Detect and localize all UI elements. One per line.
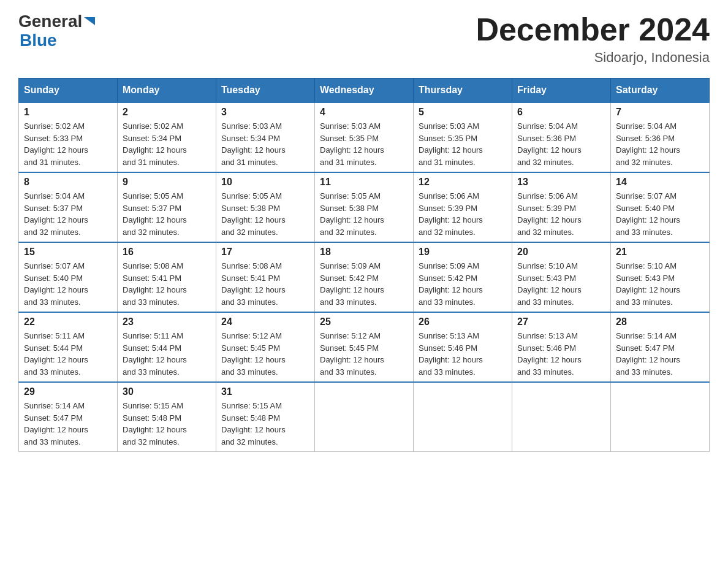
calendar-cell: 2Sunrise: 5:02 AMSunset: 5:34 PMDaylight… bbox=[118, 102, 216, 172]
logo-arrow-icon bbox=[84, 17, 95, 25]
day-number: 18 bbox=[320, 247, 408, 258]
calendar-cell: 19Sunrise: 5:09 AMSunset: 5:42 PMDayligh… bbox=[414, 242, 512, 312]
logo-general-text: General bbox=[18, 12, 82, 31]
day-number: 6 bbox=[517, 107, 605, 118]
day-info: Sunrise: 5:04 AMSunset: 5:37 PMDaylight:… bbox=[24, 190, 112, 238]
day-number: 19 bbox=[419, 247, 507, 258]
day-number: 15 bbox=[24, 247, 112, 258]
day-info: Sunrise: 5:04 AMSunset: 5:36 PMDaylight:… bbox=[616, 120, 704, 168]
day-number: 20 bbox=[517, 247, 605, 258]
calendar-week-3: 15Sunrise: 5:07 AMSunset: 5:40 PMDayligh… bbox=[19, 242, 710, 312]
day-number: 13 bbox=[517, 177, 605, 188]
day-info: Sunrise: 5:09 AMSunset: 5:42 PMDaylight:… bbox=[419, 260, 507, 308]
calendar-cell: 10Sunrise: 5:05 AMSunset: 5:38 PMDayligh… bbox=[216, 172, 315, 242]
day-number: 17 bbox=[221, 247, 309, 258]
day-info: Sunrise: 5:02 AMSunset: 5:34 PMDaylight:… bbox=[123, 120, 211, 168]
calendar-cell: 16Sunrise: 5:08 AMSunset: 5:41 PMDayligh… bbox=[118, 242, 216, 312]
calendar-cell: 6Sunrise: 5:04 AMSunset: 5:36 PMDaylight… bbox=[512, 102, 611, 172]
day-number: 9 bbox=[123, 177, 211, 188]
day-info: Sunrise: 5:12 AMSunset: 5:45 PMDaylight:… bbox=[320, 330, 408, 378]
day-number: 27 bbox=[517, 316, 605, 327]
day-number: 4 bbox=[320, 107, 408, 118]
calendar-cell: 30Sunrise: 5:15 AMSunset: 5:48 PMDayligh… bbox=[118, 382, 216, 452]
day-info: Sunrise: 5:08 AMSunset: 5:41 PMDaylight:… bbox=[221, 260, 309, 308]
day-info: Sunrise: 5:13 AMSunset: 5:46 PMDaylight:… bbox=[419, 330, 507, 378]
calendar-week-5: 29Sunrise: 5:14 AMSunset: 5:47 PMDayligh… bbox=[19, 382, 710, 452]
day-number: 26 bbox=[419, 316, 507, 327]
logo-wrapper: General Blue bbox=[18, 12, 95, 50]
day-header-tuesday: Tuesday bbox=[216, 79, 315, 103]
calendar-cell: 12Sunrise: 5:06 AMSunset: 5:39 PMDayligh… bbox=[414, 172, 512, 242]
day-number: 30 bbox=[123, 386, 211, 397]
calendar-cell: 24Sunrise: 5:12 AMSunset: 5:45 PMDayligh… bbox=[216, 312, 315, 382]
day-info: Sunrise: 5:09 AMSunset: 5:42 PMDaylight:… bbox=[320, 260, 408, 308]
day-info: Sunrise: 5:10 AMSunset: 5:43 PMDaylight:… bbox=[517, 260, 605, 308]
day-info: Sunrise: 5:13 AMSunset: 5:46 PMDaylight:… bbox=[517, 330, 605, 378]
calendar-cell: 25Sunrise: 5:12 AMSunset: 5:45 PMDayligh… bbox=[315, 312, 414, 382]
day-number: 14 bbox=[616, 177, 704, 188]
page-header: General Blue December 2024 Sidoarjo, Ind… bbox=[18, 12, 710, 66]
calendar-cell: 8Sunrise: 5:04 AMSunset: 5:37 PMDaylight… bbox=[19, 172, 118, 242]
calendar-cell bbox=[512, 382, 611, 452]
day-number: 23 bbox=[123, 316, 211, 327]
calendar-cell: 13Sunrise: 5:06 AMSunset: 5:39 PMDayligh… bbox=[512, 172, 611, 242]
calendar-cell: 28Sunrise: 5:14 AMSunset: 5:47 PMDayligh… bbox=[611, 312, 710, 382]
day-header-saturday: Saturday bbox=[611, 79, 710, 103]
day-info: Sunrise: 5:10 AMSunset: 5:43 PMDaylight:… bbox=[616, 260, 704, 308]
day-info: Sunrise: 5:02 AMSunset: 5:33 PMDaylight:… bbox=[24, 120, 112, 168]
day-info: Sunrise: 5:03 AMSunset: 5:34 PMDaylight:… bbox=[221, 120, 309, 168]
calendar-cell: 23Sunrise: 5:11 AMSunset: 5:44 PMDayligh… bbox=[118, 312, 216, 382]
day-number: 2 bbox=[123, 107, 211, 118]
day-info: Sunrise: 5:07 AMSunset: 5:40 PMDaylight:… bbox=[24, 260, 112, 308]
day-info: Sunrise: 5:14 AMSunset: 5:47 PMDaylight:… bbox=[616, 330, 704, 378]
calendar-cell: 18Sunrise: 5:09 AMSunset: 5:42 PMDayligh… bbox=[315, 242, 414, 312]
day-info: Sunrise: 5:14 AMSunset: 5:47 PMDaylight:… bbox=[24, 400, 112, 448]
logo-blue-text: Blue bbox=[20, 31, 57, 50]
calendar-cell bbox=[315, 382, 414, 452]
day-number: 12 bbox=[419, 177, 507, 188]
day-number: 8 bbox=[24, 177, 112, 188]
calendar-cell: 21Sunrise: 5:10 AMSunset: 5:43 PMDayligh… bbox=[611, 242, 710, 312]
calendar-cell: 14Sunrise: 5:07 AMSunset: 5:40 PMDayligh… bbox=[611, 172, 710, 242]
logo-line1: General bbox=[18, 12, 95, 31]
day-number: 7 bbox=[616, 107, 704, 118]
calendar-week-2: 8Sunrise: 5:04 AMSunset: 5:37 PMDaylight… bbox=[19, 172, 710, 242]
calendar-cell: 3Sunrise: 5:03 AMSunset: 5:34 PMDaylight… bbox=[216, 102, 315, 172]
day-number: 31 bbox=[221, 386, 309, 397]
calendar-cell bbox=[611, 382, 710, 452]
calendar-header: SundayMondayTuesdayWednesdayThursdayFrid… bbox=[19, 79, 710, 103]
day-info: Sunrise: 5:06 AMSunset: 5:39 PMDaylight:… bbox=[517, 190, 605, 238]
day-header-wednesday: Wednesday bbox=[315, 79, 414, 103]
day-info: Sunrise: 5:06 AMSunset: 5:39 PMDaylight:… bbox=[419, 190, 507, 238]
day-info: Sunrise: 5:11 AMSunset: 5:44 PMDaylight:… bbox=[123, 330, 211, 378]
title-block: December 2024 Sidoarjo, Indonesia bbox=[476, 12, 710, 66]
calendar-body: 1Sunrise: 5:02 AMSunset: 5:33 PMDaylight… bbox=[19, 102, 710, 452]
day-header-monday: Monday bbox=[118, 79, 216, 103]
calendar-week-4: 22Sunrise: 5:11 AMSunset: 5:44 PMDayligh… bbox=[19, 312, 710, 382]
logo-line2: Blue bbox=[18, 31, 95, 50]
calendar-cell: 27Sunrise: 5:13 AMSunset: 5:46 PMDayligh… bbox=[512, 312, 611, 382]
day-header-friday: Friday bbox=[512, 79, 611, 103]
day-header-thursday: Thursday bbox=[414, 79, 512, 103]
calendar-cell: 4Sunrise: 5:03 AMSunset: 5:35 PMDaylight… bbox=[315, 102, 414, 172]
day-header-sunday: Sunday bbox=[19, 79, 118, 103]
calendar-cell: 7Sunrise: 5:04 AMSunset: 5:36 PMDaylight… bbox=[611, 102, 710, 172]
day-number: 24 bbox=[221, 316, 309, 327]
day-header-row: SundayMondayTuesdayWednesdayThursdayFrid… bbox=[19, 79, 710, 103]
calendar-cell: 29Sunrise: 5:14 AMSunset: 5:47 PMDayligh… bbox=[19, 382, 118, 452]
day-info: Sunrise: 5:03 AMSunset: 5:35 PMDaylight:… bbox=[320, 120, 408, 168]
day-number: 3 bbox=[221, 107, 309, 118]
calendar-cell: 11Sunrise: 5:05 AMSunset: 5:38 PMDayligh… bbox=[315, 172, 414, 242]
calendar-cell: 17Sunrise: 5:08 AMSunset: 5:41 PMDayligh… bbox=[216, 242, 315, 312]
month-title: December 2024 bbox=[476, 12, 710, 47]
calendar-week-1: 1Sunrise: 5:02 AMSunset: 5:33 PMDaylight… bbox=[19, 102, 710, 172]
location-subtitle: Sidoarjo, Indonesia bbox=[476, 50, 710, 66]
day-info: Sunrise: 5:08 AMSunset: 5:41 PMDaylight:… bbox=[123, 260, 211, 308]
day-info: Sunrise: 5:15 AMSunset: 5:48 PMDaylight:… bbox=[123, 400, 211, 448]
calendar-cell: 15Sunrise: 5:07 AMSunset: 5:40 PMDayligh… bbox=[19, 242, 118, 312]
day-info: Sunrise: 5:05 AMSunset: 5:38 PMDaylight:… bbox=[320, 190, 408, 238]
day-number: 22 bbox=[24, 316, 112, 327]
day-info: Sunrise: 5:15 AMSunset: 5:48 PMDaylight:… bbox=[221, 400, 309, 448]
day-number: 25 bbox=[320, 316, 408, 327]
calendar-cell: 31Sunrise: 5:15 AMSunset: 5:48 PMDayligh… bbox=[216, 382, 315, 452]
